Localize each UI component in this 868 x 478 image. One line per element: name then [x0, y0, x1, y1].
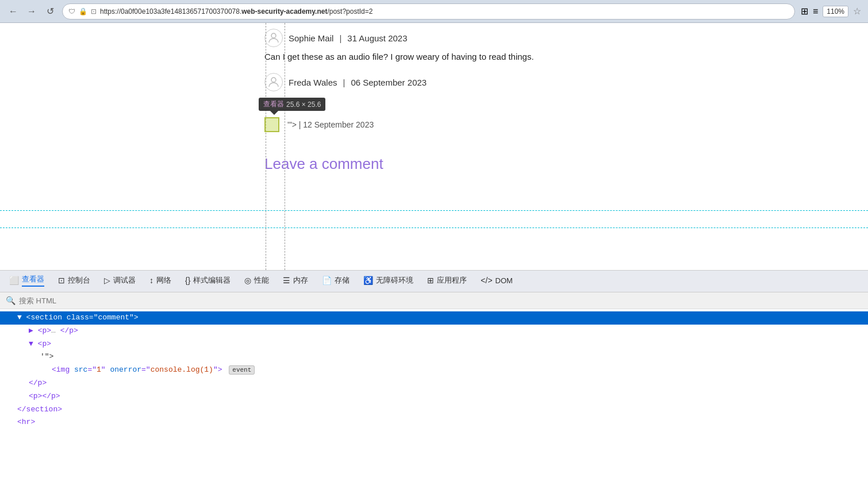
html-line-6: </p> [0, 377, 868, 390]
leave-comment-section: Leave a comment [247, 144, 868, 184]
reload-button[interactable]: ↺ [44, 5, 56, 18]
html-line-3-content: ▼ <p> [29, 338, 51, 350]
storage-label: 存储 [335, 275, 349, 286]
html-line-4-content: '"> [40, 351, 53, 363]
comment-3: 查看器 25.6 × 25.6 '"> | 12 September 2023 [264, 117, 868, 132]
devtools-html-body: ▼ <section class="comment"> ▶ <p>… </p> … [0, 309, 868, 431]
comment-2-author: Freda Wales [289, 78, 337, 87]
comment-1-date: 31 August 2023 [347, 33, 407, 43]
html-line-3: ▼ <p> [0, 338, 868, 351]
comment-1-body: Can I get these as an audio file? I grow… [264, 52, 868, 61]
html-line-9-content: <hr> [17, 417, 35, 429]
lock-icon: 🔒 [79, 7, 87, 16]
debugger-icon: ▷ [104, 276, 110, 285]
application-label: 应用程序 [437, 275, 467, 286]
comment-1-header: Sophie Mail | 31 August 2023 [264, 29, 868, 47]
devtools-tab-performance[interactable]: ◎ 性能 [237, 271, 276, 292]
pip-icon: ⊡ [91, 7, 97, 16]
comment-3-text: '"> | 12 September 2023 [287, 120, 374, 129]
tooltip-tag: 查看器 [263, 99, 284, 109]
html-line-7-content: <p></p> [29, 391, 60, 403]
event-badge[interactable]: event [229, 365, 255, 375]
devtools-search-bar: 🔍 [0, 292, 868, 309]
page-content: Sophie Mail | 31 August 2023 Can I get t… [0, 23, 868, 270]
devtools-tab-console[interactable]: ⊡ 控制台 [51, 271, 97, 292]
dashed-hline-top [0, 210, 868, 211]
comment-2-body: Jog on troll. [264, 96, 868, 106]
accessibility-label: 无障碍环境 [376, 275, 413, 286]
html-line-1[interactable]: ▼ <section class="comment"> [0, 311, 868, 325]
devtools-tab-memory[interactable]: ☰ 内存 [276, 271, 315, 292]
devtools-tab-style-editor[interactable]: {} 样式编辑器 [178, 271, 237, 292]
zoom-level[interactable]: 110% [823, 6, 848, 17]
devtools-tab-inspector[interactable]: ⬜ 查看器 [2, 271, 51, 292]
html-line-8-content: </section> [17, 404, 62, 416]
comment-1-separator: | [339, 33, 341, 43]
network-icon: ↕ [149, 276, 153, 285]
dom-icon: </> [481, 276, 492, 285]
shield-icon: 🛡 [68, 7, 75, 16]
html-line-2: ▶ <p>… </p> [0, 325, 868, 338]
html-line-4: '"> [0, 350, 868, 364]
style-editor-label: 样式编辑器 [193, 275, 231, 286]
comment-1: Sophie Mail | 31 August 2023 Can I get t… [264, 29, 868, 61]
style-editor-icon: {} [185, 276, 190, 285]
devtools-tab-network[interactable]: ↕ 网络 [143, 271, 178, 292]
comment-2-separator: | [343, 78, 345, 87]
reader-icon[interactable]: ≡ [813, 6, 818, 17]
memory-icon: ☰ [283, 276, 290, 285]
html-line-5: <img src="1" onerror="console.log(1)"> e… [0, 364, 868, 377]
avatar-1 [264, 29, 283, 47]
accessibility-icon: ♿ [363, 276, 373, 285]
devtools-tab-debugger[interactable]: ▷ 调试器 [97, 271, 143, 292]
qr-icon[interactable]: ⊞ [801, 6, 808, 17]
svg-point-0 [271, 33, 276, 38]
performance-label: 性能 [254, 275, 269, 286]
comment-2: Freda Wales | 06 September 2023 Jog on t… [264, 73, 868, 106]
debugger-label: 调试器 [113, 275, 136, 286]
console-label: 控制台 [68, 275, 90, 286]
html-line-6-content: </p> [29, 377, 47, 390]
comment-section: Sophie Mail | 31 August 2023 Can I get t… [247, 29, 868, 132]
devtools-tab-application[interactable]: ⊞ 应用程序 [420, 271, 474, 292]
html-line-9: <hr> [0, 416, 868, 429]
back-button[interactable]: ← [7, 5, 20, 18]
search-input[interactable] [19, 296, 862, 305]
comment-3-header: 查看器 25.6 × 25.6 '"> | 12 September 2023 [264, 117, 868, 132]
browser-chrome: ← → ↺ 🛡 🔒 ⊡ https://0a0f00e103a3fe148136… [0, 0, 868, 23]
img-tooltip: 查看器 25.6 × 25.6 [259, 98, 325, 111]
svg-point-1 [271, 78, 276, 82]
comment-1-author: Sophie Mail [289, 33, 333, 43]
dom-label: DOM [496, 276, 513, 285]
bookmark-icon[interactable]: ☆ [853, 6, 861, 17]
tooltip-arrow [270, 111, 278, 115]
comment-2-header: Freda Wales | 06 September 2023 [264, 73, 868, 91]
dashed-hline-bottom [0, 228, 868, 228]
memory-label: 内存 [293, 275, 308, 286]
chrome-right: ⊞ ≡ 110% ☆ [801, 6, 861, 17]
address-bar[interactable]: 🛡 🔒 ⊡ https://0a0f00e103a3fe148136571700… [62, 3, 795, 20]
devtools-tab-storage[interactable]: 📄 存储 [315, 271, 356, 292]
img-element-highlight [264, 117, 279, 132]
devtools-tab-accessibility[interactable]: ♿ 无障碍环境 [356, 271, 420, 292]
url-text: https://0a0f00e103a3fe148136571700370078… [100, 7, 372, 16]
html-line-8: </section> [0, 403, 868, 417]
html-line-7: <p></p> [0, 390, 868, 403]
tooltip-dims: 25.6 × 25.6 [286, 101, 321, 109]
forward-button[interactable]: → [25, 5, 38, 18]
console-icon: ⊡ [58, 276, 65, 285]
devtools-tabs: ⬜ 查看器 ⊡ 控制台 ▷ 调试器 ↕ 网络 {} 样式编辑器 ◎ 性能 ☰ 内… [0, 271, 868, 292]
html-line-2-content: ▶ <p>… </p> [29, 325, 78, 337]
comment-2-date: 06 September 2023 [351, 78, 427, 87]
inspector-label: 查看器 [22, 274, 44, 287]
inspector-icon: ⬜ [9, 276, 19, 285]
search-icon: 🔍 [6, 296, 16, 305]
devtools-tab-dom[interactable]: </> DOM [474, 271, 520, 292]
html-line-5-content: <img src="1" onerror="console.log(1)"> e… [52, 364, 255, 376]
img-tooltip-container: 查看器 25.6 × 25.6 [264, 117, 279, 132]
performance-icon: ◎ [244, 276, 251, 285]
devtools-panel: ⬜ 查看器 ⊡ 控制台 ▷ 调试器 ↕ 网络 {} 样式编辑器 ◎ 性能 ☰ 内… [0, 270, 868, 431]
html-line-1-content: ▼ <section class="comment"> [17, 312, 139, 324]
avatar-2 [264, 73, 283, 91]
leave-comment-link[interactable]: Leave a comment [264, 155, 383, 172]
